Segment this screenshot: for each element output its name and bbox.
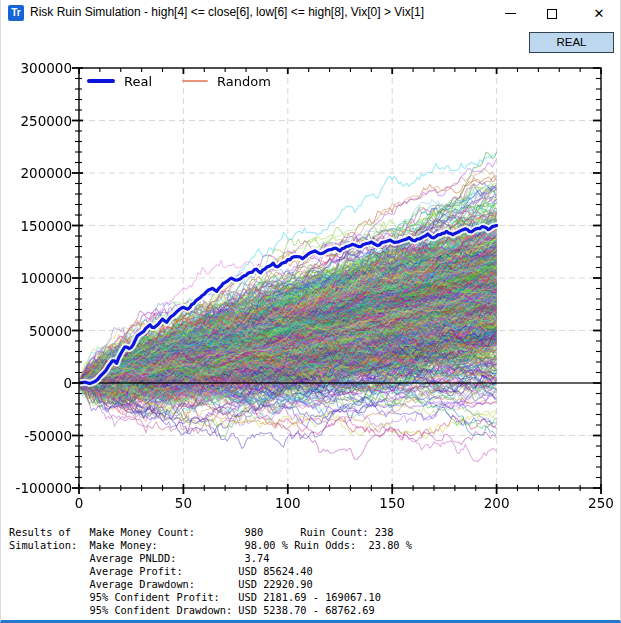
y-tick-label: -100000 xyxy=(2,480,72,496)
legend-label-real: Real xyxy=(124,74,152,89)
random-line-swatch xyxy=(182,80,208,81)
close-icon: ✕ xyxy=(594,7,605,20)
x-tick-label: 250 xyxy=(571,495,621,511)
y-tick-label: 250000 xyxy=(2,113,72,129)
y-tick-label: 200000 xyxy=(2,165,72,181)
result-line: 95% Confident Profit: USD 2181.69 - 1690… xyxy=(9,591,412,604)
x-tick-label: 0 xyxy=(49,495,109,511)
y-tick-label: 50000 xyxy=(2,323,72,339)
x-tick-label: 50 xyxy=(153,495,213,511)
maximize-button[interactable] xyxy=(532,0,572,27)
titlebar: Tr Risk Ruin Simulation - high[4] <= clo… xyxy=(1,0,621,28)
result-line: Results of Make Money Count: 980 Ruin Co… xyxy=(9,526,412,539)
results-panel: Results of Make Money Count: 980 Ruin Co… xyxy=(9,526,412,617)
result-line: Average Drawdown: USD 22920.90 xyxy=(9,578,412,591)
result-line: 95% Confident Drawdown: USD 5238.70 - 68… xyxy=(9,604,412,617)
window-title: Risk Ruin Simulation - high[4] <= close[… xyxy=(30,5,424,19)
x-tick-label: 200 xyxy=(467,495,527,511)
close-button[interactable]: ✕ xyxy=(579,0,619,27)
y-tick-label: 0 xyxy=(2,375,72,391)
legend-item-random: Random xyxy=(182,73,271,89)
app-icon: Tr xyxy=(8,5,24,21)
real-button[interactable]: REAL xyxy=(529,32,614,53)
maximize-icon xyxy=(547,9,557,19)
result-line: Simulation: Make Money: 98.00 % Ruin Odd… xyxy=(9,539,412,552)
risk-ruin-chart: 300000250000200000150000100000500000-500… xyxy=(1,0,621,521)
x-tick-label: 150 xyxy=(362,495,422,511)
y-tick-label: 150000 xyxy=(2,218,72,234)
result-line: Average PNLDD: 3.74 xyxy=(9,552,412,565)
y-tick-label: 300000 xyxy=(2,60,72,76)
legend-label-random: Random xyxy=(217,74,271,89)
x-tick-label: 100 xyxy=(258,495,318,511)
real-line-swatch xyxy=(87,79,115,83)
legend-item-real: Real xyxy=(87,73,152,89)
y-tick-label: 100000 xyxy=(2,270,72,286)
risk-ruin-window: { "window": { "title": "Risk Ruin Simula… xyxy=(0,0,621,623)
y-tick-label: -50000 xyxy=(2,428,72,444)
minimize-icon xyxy=(505,13,516,14)
result-line: Average Profit: USD 85624.40 xyxy=(9,565,412,578)
minimize-button[interactable] xyxy=(490,0,530,27)
